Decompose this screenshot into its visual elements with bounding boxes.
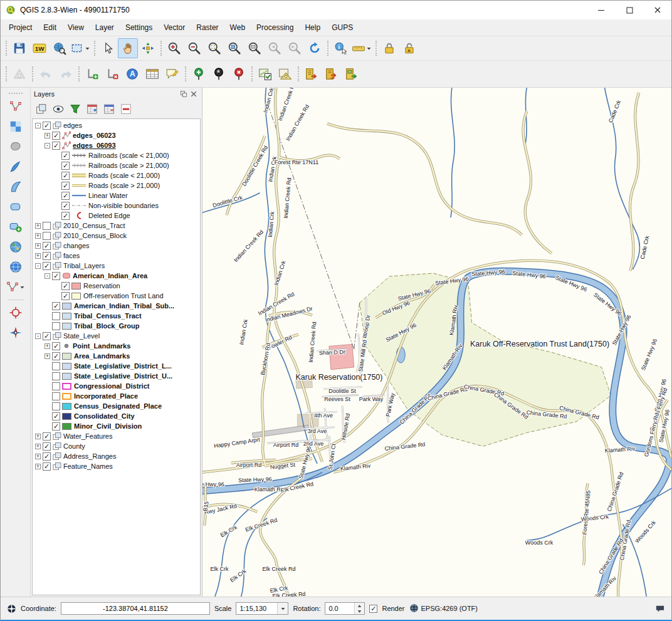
- digitize-line-button[interactable]: [6, 97, 25, 116]
- scale-1w-button[interactable]: 1W: [29, 38, 50, 58]
- crosshair-target-button[interactable]: [6, 303, 25, 322]
- map-canvas[interactable]: [202, 88, 671, 597]
- visibility-checkbox[interactable]: ✓: [61, 152, 70, 160]
- layer-row[interactable]: -✓State_Level: [33, 331, 200, 341]
- globe-zoom-button[interactable]: [50, 38, 70, 58]
- visibility-checkbox[interactable]: [52, 402, 60, 410]
- lock-layers-button[interactable]: [379, 38, 399, 58]
- save-button[interactable]: [9, 38, 29, 58]
- tree-expander[interactable]: +: [35, 454, 41, 459]
- visibility-checkbox[interactable]: [52, 372, 60, 380]
- checkerboard-button[interactable]: [6, 117, 25, 136]
- manage-visibility-button[interactable]: [51, 102, 66, 116]
- pan-hand-button[interactable]: [118, 38, 138, 58]
- zoom-last-button[interactable]: [265, 38, 285, 58]
- tree-expander[interactable]: +: [35, 253, 41, 259]
- filter-legend-button[interactable]: [68, 102, 83, 116]
- form-annotation-button[interactable]: [162, 64, 182, 84]
- toolbar-handle[interactable]: [9, 93, 23, 94]
- vertex-add-button[interactable]: [82, 64, 102, 84]
- visibility-checkbox[interactable]: ✓: [52, 132, 60, 140]
- visibility-checkbox[interactable]: [52, 382, 60, 390]
- visibility-checkbox[interactable]: ✓: [43, 122, 51, 130]
- visibility-checkbox[interactable]: ✓: [61, 202, 70, 210]
- tree-expander[interactable]: +: [35, 464, 41, 469]
- layer-row[interactable]: +✓Area_Landmarks: [33, 351, 200, 361]
- tree-expander[interactable]: -: [35, 263, 41, 269]
- tree-expander[interactable]: +: [35, 223, 41, 229]
- menu-layer[interactable]: Layer: [90, 21, 120, 34]
- export-map-2-button[interactable]: [322, 64, 342, 84]
- export-map-1-button[interactable]: [302, 64, 322, 84]
- tree-expander[interactable]: +: [35, 434, 41, 439]
- layer-row[interactable]: -✓edges: [33, 120, 200, 130]
- compass-rose-button[interactable]: [6, 323, 25, 342]
- measure-button[interactable]: [351, 38, 373, 58]
- map-view[interactable]: Indian CrkIndian Creek RdIndian Creek Rd…: [202, 88, 671, 597]
- toolbar-handle[interactable]: [160, 41, 162, 56]
- layer-row[interactable]: ✓Consolidated_City: [33, 411, 200, 421]
- menu-settings[interactable]: Settings: [120, 21, 158, 34]
- menu-raster[interactable]: Raster: [191, 21, 224, 34]
- toolbar-handle[interactable]: [6, 41, 7, 56]
- globe-blue-button[interactable]: [6, 258, 25, 276]
- toolbar-handle[interactable]: [298, 66, 299, 81]
- zoom-in-button[interactable]: [164, 38, 184, 58]
- layer-row[interactable]: Congressional_District: [33, 381, 200, 391]
- zoom-out-button[interactable]: [184, 38, 204, 58]
- layer-row[interactable]: Incorporated_Place: [33, 391, 200, 401]
- layer-row[interactable]: +✓faces: [33, 251, 200, 261]
- visibility-checkbox[interactable]: ✓: [52, 422, 60, 431]
- layer-row[interactable]: ✓Roads (scale > 21,000): [33, 180, 200, 190]
- tree-expander[interactable]: +: [35, 444, 41, 449]
- select-rect-button[interactable]: [70, 38, 92, 58]
- visibility-checkbox[interactable]: [52, 362, 60, 370]
- tree-expander[interactable]: +: [45, 133, 50, 138]
- visibility-checkbox[interactable]: ✓: [52, 412, 60, 420]
- visibility-checkbox[interactable]: ✓: [52, 142, 60, 150]
- pan-selection-button[interactable]: [138, 38, 158, 58]
- zoom-full-button[interactable]: [204, 38, 224, 58]
- visibility-checkbox[interactable]: ✓: [43, 332, 51, 340]
- redo-button[interactable]: [56, 64, 76, 84]
- epsg-indicator[interactable]: EPSG:4269 (OTF): [409, 603, 478, 614]
- layer-row[interactable]: ✓Railroads (scale < 21,000): [33, 150, 200, 160]
- visibility-checkbox[interactable]: ✓: [61, 172, 70, 180]
- layer-row[interactable]: -✓American_Indian_Area: [33, 271, 200, 281]
- add-group-button[interactable]: [34, 102, 49, 116]
- rotation-spinner[interactable]: 0.0: [325, 602, 365, 615]
- layer-row[interactable]: +✓changes: [33, 241, 200, 251]
- layer-row[interactable]: ✓Linear Water: [33, 190, 200, 201]
- undo-button[interactable]: [36, 64, 56, 84]
- visibility-checkbox[interactable]: ✓: [61, 282, 70, 290]
- tree-expander[interactable]: +: [45, 353, 50, 359]
- tree-expander[interactable]: -: [45, 143, 50, 149]
- expand-all-button[interactable]: [85, 102, 100, 116]
- visibility-checkbox[interactable]: ✓: [43, 442, 51, 451]
- layer-row[interactable]: ✓Railroads (scale > 21,000): [33, 160, 200, 170]
- layer-row[interactable]: ✓American_Indian_Tribal_Sub...: [33, 301, 200, 311]
- visibility-checkbox[interactable]: ✓: [61, 162, 70, 170]
- layer-row[interactable]: Census_Designated_Place: [33, 401, 200, 411]
- visibility-checkbox[interactable]: ✓: [52, 302, 60, 310]
- visibility-checkbox[interactable]: ✓: [43, 262, 51, 270]
- map-triangle-button[interactable]: [275, 64, 295, 84]
- identify-button[interactable]: i: [331, 38, 351, 58]
- toolbar-handle[interactable]: [32, 66, 33, 81]
- toolbar-handle[interactable]: [375, 41, 377, 56]
- layer-row[interactable]: -✓edges_06093: [33, 140, 200, 150]
- layer-row[interactable]: +✓Point_Landmarks: [33, 341, 200, 351]
- visibility-checkbox[interactable]: ✓: [43, 242, 51, 250]
- chevron-down-icon[interactable]: [84, 46, 91, 51]
- minimize-button[interactable]: [587, 1, 615, 19]
- coordinate-input[interactable]: [61, 602, 210, 615]
- visibility-checkbox[interactable]: ✓: [52, 352, 60, 360]
- shape-add-button[interactable]: [6, 217, 25, 236]
- tree-expander[interactable]: +: [35, 243, 41, 249]
- visibility-checkbox[interactable]: ✓: [43, 452, 51, 461]
- layer-row[interactable]: Tribal_Block_Group: [33, 321, 200, 331]
- layer-row[interactable]: Tribal_Census_Tract: [33, 311, 200, 321]
- layer-row[interactable]: ✓Roads (scale < 21,000): [33, 170, 200, 180]
- messages-icon[interactable]: [655, 604, 665, 613]
- map-check-button[interactable]: [255, 64, 275, 84]
